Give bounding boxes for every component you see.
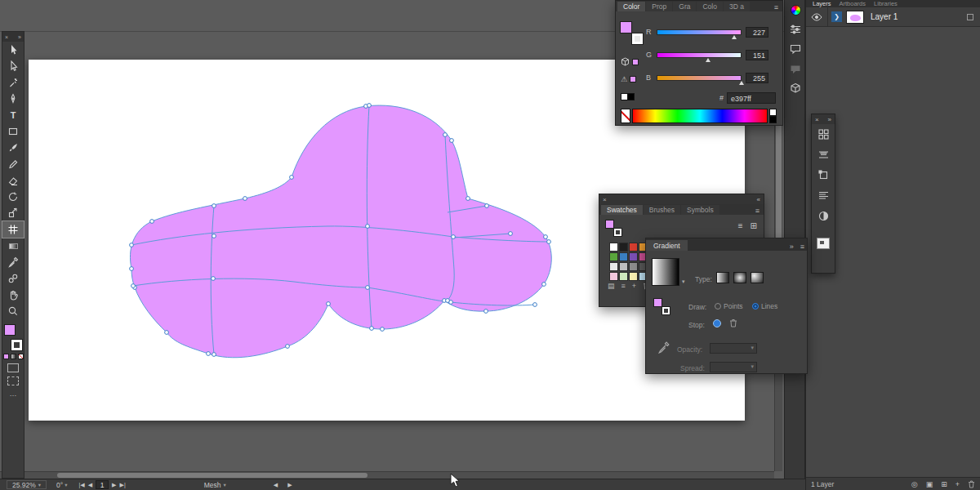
gradient-tab[interactable]: Gradient (646, 240, 688, 251)
zoom-tool[interactable] (2, 303, 24, 319)
hand-tool[interactable] (2, 287, 24, 303)
eyedropper-tool[interactable] (2, 254, 24, 270)
3d-cube-icon[interactable] (785, 78, 806, 98)
tab-brushes[interactable]: Brushes (644, 205, 680, 215)
paintbrush-tool[interactable] (2, 140, 24, 156)
status-tool-display[interactable]: Mesh ▾ (204, 481, 226, 489)
mesh-anchor-point[interactable] (446, 299, 450, 303)
swatch[interactable] (629, 252, 638, 261)
mesh-anchor-point[interactable] (286, 345, 290, 349)
chat-icon[interactable] (785, 59, 806, 78)
mesh-anchor-point[interactable] (131, 284, 136, 288)
fill-stroke-indicator[interactable] (2, 324, 24, 350)
list-view-icon[interactable]: ≡ (738, 221, 743, 230)
red-value-field[interactable]: 227 (746, 27, 768, 38)
swatch[interactable] (629, 243, 638, 252)
tab-3d[interactable]: 3D a (724, 2, 750, 11)
layer-expand-chevron[interactable]: ❯ (831, 11, 842, 22)
mesh-anchor-point[interactable] (212, 234, 216, 238)
mesh-anchor-point[interactable] (212, 353, 216, 357)
gradient-stop-icon[interactable] (713, 319, 721, 327)
screen-mode-button[interactable]: … (2, 390, 24, 398)
mesh-anchor-point[interactable] (130, 267, 134, 271)
selection-tool[interactable] (2, 42, 24, 58)
fill-swatch[interactable] (4, 324, 16, 336)
next-artboard-button[interactable]: ▶ (112, 482, 116, 488)
mesh-anchor-point[interactable] (485, 204, 489, 208)
comments-icon[interactable] (785, 39, 806, 59)
visibility-eye-icon[interactable] (811, 13, 822, 21)
mesh-anchor-point[interactable] (368, 104, 372, 108)
last-artboard-button[interactable]: ▶| (120, 482, 126, 488)
eraser-tool[interactable] (2, 172, 24, 189)
draw-lines-radio[interactable]: Lines (752, 302, 777, 310)
scale-tool[interactable] (2, 205, 24, 221)
hex-field[interactable]: e397ff (727, 92, 776, 104)
horizontal-scrollbar-thumb[interactable] (57, 473, 368, 478)
dock-close-icon[interactable]: × (815, 116, 819, 123)
first-artboard-button[interactable]: |◀ (79, 482, 85, 488)
draw-points-radio[interactable]: Points (715, 302, 743, 310)
tab-libraries[interactable]: Libraries (874, 0, 898, 7)
navigator-panel-icon[interactable] (812, 233, 835, 253)
appearance-panel-icon[interactable] (812, 206, 835, 226)
swatches-collapse-icon[interactable]: « (757, 196, 760, 203)
dock-expand-icon[interactable]: » (828, 116, 831, 123)
color-themes-icon[interactable] (785, 0, 806, 20)
artboard-number-field[interactable]: 1 (96, 480, 109, 489)
mesh-anchor-point[interactable] (443, 133, 448, 137)
spectrum-black[interactable] (769, 116, 777, 123)
green-value-field[interactable]: 151 (746, 50, 768, 60)
color-spectrum[interactable] (632, 109, 768, 123)
new-sublayer-icon[interactable]: ⊞ (941, 480, 947, 488)
rotate-tool[interactable] (2, 189, 24, 205)
grid-view-icon[interactable]: ⊞ (751, 221, 757, 230)
blend-tool[interactable] (2, 270, 24, 287)
swatch[interactable] (609, 272, 618, 281)
selection-column-icon[interactable] (967, 14, 973, 20)
blue-slider-thumb[interactable] (739, 81, 744, 85)
black-swatch[interactable] (627, 93, 635, 100)
swatch[interactable] (609, 262, 618, 271)
delete-layer-icon[interactable] (968, 480, 975, 488)
mesh-anchor-point[interactable] (450, 139, 454, 143)
pencil-tool[interactable] (2, 156, 24, 172)
swatch[interactable] (619, 252, 628, 261)
mesh-anchor-point[interactable] (484, 310, 488, 314)
mesh-anchor-point[interactable] (212, 204, 216, 208)
freeform-gradient-button[interactable] (751, 272, 764, 283)
linear-gradient-button[interactable] (716, 272, 729, 283)
tab-color[interactable]: Color (617, 2, 645, 11)
points-radio-icon[interactable] (715, 303, 721, 310)
color-fill-stroke-indicator[interactable] (620, 21, 643, 44)
scroll-left-button[interactable]: ◀ (274, 482, 278, 488)
swatch[interactable] (609, 252, 618, 261)
spectrum-bw[interactable] (769, 109, 777, 123)
mesh-anchor-point[interactable] (370, 327, 374, 331)
car-shape[interactable] (130, 105, 551, 358)
draw-normal-button[interactable] (7, 363, 19, 372)
rectangle-tool[interactable] (2, 123, 24, 140)
mesh-anchor-point[interactable] (212, 277, 216, 281)
pen-tool[interactable] (2, 91, 24, 107)
red-slider-thumb[interactable] (732, 35, 737, 39)
black-white-swatches[interactable] (621, 93, 635, 100)
make-clip-mask-icon[interactable]: ▣ (926, 480, 933, 488)
swatch[interactable] (619, 262, 628, 271)
zoom-control[interactable]: 25.92% ▾ (7, 480, 47, 489)
locate-object-icon[interactable]: ◎ (911, 480, 918, 488)
swatch[interactable] (609, 243, 618, 252)
gradient-mode-button[interactable] (11, 354, 16, 359)
horizontal-scrollbar[interactable] (0, 471, 774, 479)
gradient-preview[interactable] (652, 258, 679, 286)
mesh-anchor-point[interactable] (165, 331, 169, 335)
stroke-swatch[interactable] (11, 340, 22, 350)
mesh-anchor-point[interactable] (466, 197, 470, 201)
artboards-panel-icon[interactable] (812, 124, 835, 145)
green-slider[interactable] (657, 52, 742, 58)
layer-row[interactable]: ❯ Layer 1 (806, 7, 980, 27)
web-color-warning[interactable] (621, 57, 639, 66)
panel-menu-icon[interactable]: ≡ (772, 3, 781, 11)
gamut-swatch[interactable] (630, 76, 636, 82)
align-panel-icon[interactable] (812, 145, 835, 165)
